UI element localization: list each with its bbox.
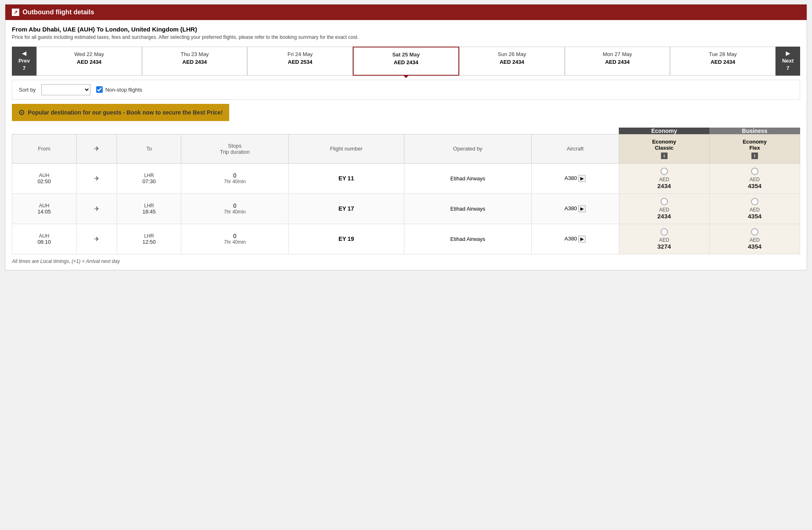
radio-economy-classic-1[interactable] bbox=[661, 198, 668, 205]
table-row: AUH 14:05 ✈ LHR 18:45 0 7hr 40min bbox=[12, 193, 800, 224]
date-label-1: Thu 23 May bbox=[146, 51, 244, 57]
prev-num: 7 bbox=[23, 65, 25, 72]
business-header: Business bbox=[709, 128, 800, 135]
col-operated-by: Operated by bbox=[404, 134, 531, 163]
promo-text: Popular destination for our guests - Boo… bbox=[28, 109, 223, 116]
operated-by-cell-0: Etihad Airways bbox=[404, 163, 531, 193]
page-container: ↗ Outbound flight details From Abu Dhabi… bbox=[5, 4, 807, 270]
aircraft-badge-1[interactable]: ▶ bbox=[578, 205, 586, 212]
route-info: From Abu Dhabi, UAE (AUH) To London, Uni… bbox=[5, 20, 807, 43]
class-header-row: Economy Business bbox=[12, 128, 800, 135]
aircraft-badge-2[interactable]: ▶ bbox=[578, 236, 586, 243]
sort-select[interactable] bbox=[41, 84, 90, 95]
radio-economy-flex-1[interactable] bbox=[751, 198, 758, 205]
flight-number-cell-1: EY 17 bbox=[289, 193, 404, 224]
arrow-cell-0: ✈ bbox=[76, 163, 117, 193]
stops-cell-1: 0 7hr 40min bbox=[181, 193, 289, 224]
radio-economy-classic-0[interactable] bbox=[661, 168, 668, 175]
date-cell-4[interactable]: Sun 26 May AED 2434 bbox=[459, 47, 565, 76]
from-cell-2: AUH 08:10 bbox=[12, 224, 77, 254]
col-flight-number: Flight number bbox=[289, 134, 404, 163]
date-cell-0[interactable]: Wed 22 May AED 2434 bbox=[36, 47, 142, 76]
section-header: ↗ Outbound flight details bbox=[5, 4, 807, 20]
radio-economy-flex-2[interactable] bbox=[751, 228, 758, 236]
to-cell-2: LHR 12:50 bbox=[117, 224, 181, 254]
flight-number-cell-0: EY 11 bbox=[289, 163, 404, 193]
route-subtitle: Price for all guests including estimated… bbox=[12, 34, 800, 40]
nonstop-checkbox[interactable] bbox=[96, 86, 103, 93]
arrow-cell-1: ✈ bbox=[76, 193, 117, 224]
plane-icon-2: ✈ bbox=[94, 236, 99, 243]
nonstop-label: Non-stop flights bbox=[105, 87, 142, 93]
next-label: Next bbox=[782, 57, 794, 65]
economy-classic-price-cell-0[interactable]: AED 2434 bbox=[619, 163, 709, 193]
table-row: AUH 08:10 ✈ LHR 12:50 0 7hr 40min bbox=[12, 224, 800, 254]
col-aircraft: Aircraft bbox=[531, 134, 619, 163]
flight-table-container: Economy Business From ✈ To StopsTrip dur… bbox=[5, 128, 807, 254]
date-selector: ◀ Prev 7 Wed 22 May AED 2434 Thu 23 May … bbox=[5, 43, 807, 80]
date-price-2: AED 2534 bbox=[251, 59, 349, 65]
economy-flex-price-cell-1[interactable]: AED 4354 bbox=[709, 193, 800, 224]
arrow-cell-2: ✈ bbox=[76, 224, 117, 254]
col-arrow: ✈ bbox=[76, 134, 117, 163]
next-arrow: ▶ bbox=[786, 50, 790, 57]
operated-by-cell-1: Etihad Airways bbox=[404, 193, 531, 224]
date-label-0: Wed 22 May bbox=[40, 51, 138, 57]
from-cell-0: AUH 02:50 bbox=[12, 163, 77, 193]
economy-flex-price-cell-0[interactable]: AED 4354 bbox=[709, 163, 800, 193]
date-label-5: Mon 27 May bbox=[568, 51, 667, 57]
date-price-1: AED 2434 bbox=[146, 59, 244, 65]
to-cell-1: LHR 18:45 bbox=[117, 193, 181, 224]
prev-button[interactable]: ◀ Prev 7 bbox=[12, 47, 36, 76]
date-price-0: AED 2434 bbox=[40, 59, 138, 65]
next-num: 7 bbox=[786, 65, 789, 72]
date-cell-5[interactable]: Mon 27 May AED 2434 bbox=[565, 47, 670, 76]
prev-label: Prev bbox=[18, 57, 30, 65]
aircraft-cell-1: A380 ▶ bbox=[531, 193, 619, 224]
col-stops: StopsTrip duration bbox=[181, 134, 289, 163]
stops-cell-0: 0 7hr 40min bbox=[181, 163, 289, 193]
col-economy-flex: EconomyFlex i bbox=[709, 134, 800, 163]
prev-arrow: ◀ bbox=[22, 50, 26, 57]
sort-label: Sort by bbox=[19, 87, 36, 93]
operated-by-cell-2: Etihad Airways bbox=[404, 224, 531, 254]
col-economy-classic: EconomyClassic i bbox=[619, 134, 709, 163]
route-title: From Abu Dhabi, UAE (AUH) To London, Uni… bbox=[12, 26, 800, 33]
date-cell-1[interactable]: Thu 23 May AED 2434 bbox=[142, 47, 248, 76]
radio-economy-classic-2[interactable] bbox=[661, 228, 668, 236]
economy-classic-price-cell-2[interactable]: AED 3274 bbox=[619, 224, 709, 254]
date-cell-6[interactable]: Tue 28 May AED 2434 bbox=[670, 47, 776, 76]
date-cell-3[interactable]: Sat 25 May AED 2434 bbox=[353, 47, 459, 76]
economy-classic-price-cell-1[interactable]: AED 2434 bbox=[619, 193, 709, 224]
stops-cell-2: 0 7hr 40min bbox=[181, 224, 289, 254]
date-label-3: Sat 25 May bbox=[357, 52, 455, 58]
aircraft-badge-0[interactable]: ▶ bbox=[578, 175, 586, 182]
to-cell-0: LHR 07:30 bbox=[117, 163, 181, 193]
aircraft-cell-0: A380 ▶ bbox=[531, 163, 619, 193]
radio-economy-flex-0[interactable] bbox=[751, 168, 758, 175]
promo-icon: ⊙ bbox=[18, 108, 25, 117]
date-price-3: AED 2434 bbox=[357, 59, 455, 65]
flight-table: Economy Business From ✈ To StopsTrip dur… bbox=[12, 128, 800, 254]
section-title: Outbound flight details bbox=[23, 9, 94, 16]
column-header-row: From ✈ To StopsTrip duration Flight numb… bbox=[12, 134, 800, 163]
flight-number-cell-2: EY 19 bbox=[289, 224, 404, 254]
col-to: To bbox=[117, 134, 181, 163]
next-button[interactable]: ▶ Next 7 bbox=[776, 47, 800, 76]
nonstop-checkbox-wrap: Non-stop flights bbox=[96, 86, 142, 93]
economy-flex-info-icon[interactable]: i bbox=[751, 153, 758, 159]
date-price-5: AED 2434 bbox=[568, 59, 667, 65]
from-cell-1: AUH 14:05 bbox=[12, 193, 77, 224]
plane-icon-1: ✈ bbox=[94, 205, 99, 212]
date-cell-2[interactable]: Fri 24 May AED 2534 bbox=[247, 47, 353, 76]
col-from: From bbox=[12, 134, 77, 163]
economy-flex-price-cell-2[interactable]: AED 4354 bbox=[709, 224, 800, 254]
footer-note: All times are Local timings, (+1) = Arri… bbox=[5, 254, 807, 270]
date-label-6: Tue 28 May bbox=[674, 51, 772, 57]
sort-bar: Sort by Non-stop flights bbox=[12, 80, 800, 100]
date-price-4: AED 2434 bbox=[463, 59, 561, 65]
outbound-icon: ↗ bbox=[12, 9, 19, 16]
economy-classic-info-icon[interactable]: i bbox=[661, 153, 668, 159]
date-price-6: AED 2434 bbox=[674, 59, 772, 65]
date-label-2: Fri 24 May bbox=[251, 51, 349, 57]
